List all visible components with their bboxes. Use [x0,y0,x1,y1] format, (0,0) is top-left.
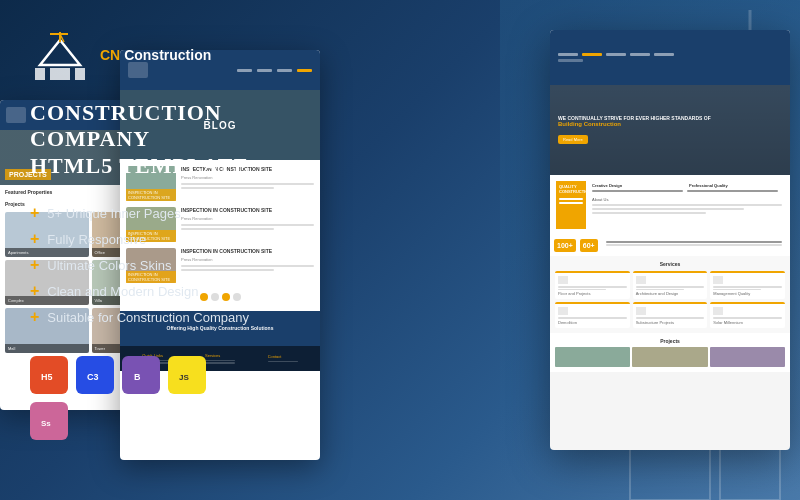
preview-main-nav [558,53,782,56]
about-main-line-2 [592,208,744,210]
service-icon-5 [636,307,646,315]
service-line-4 [636,289,684,291]
service-line-7 [558,317,627,319]
main-nav-3 [606,53,626,56]
services-grid: Floor and Projects Architecture and Desi… [555,271,785,328]
logo-icon [30,30,90,80]
badge-sass: Ss [30,402,68,440]
stat-desc-col [602,239,786,252]
proj-mini-1 [555,347,630,367]
feature-item: +Suitable for Construction Company [30,308,250,326]
feature-text: Suitable for Construction Company [47,310,249,325]
feature-item: +5+ Unique Inner Pages [30,204,250,222]
title-line1: Construction Company [30,100,250,153]
service-icon-1 [558,276,568,284]
service-line-3 [636,286,705,288]
feature-text: Fully Responsive [47,232,146,247]
about-yellow-title: QUALITY CONSTRUCTION [559,184,583,194]
plus-icon: + [30,230,39,248]
proj-mini-3 [710,347,785,367]
preview-projects-section: Projects [550,333,790,372]
service-line-9 [713,317,782,319]
plus-icon: + [30,256,39,274]
service-line-6 [713,289,761,291]
service-label-2: Architecture and Design [636,291,705,296]
main-header-line [558,59,583,62]
main-nav-2 [582,53,602,56]
features-list: +5+ Unique Inner Pages+Fully Responsive+… [30,204,250,326]
badge-bootstrap: B [122,356,160,394]
svg-marker-11 [40,40,80,65]
tech-badges: H5 C3 B JS Ss [30,356,250,440]
badge-html5: H5 [30,356,68,394]
svg-text:C3: C3 [87,372,99,382]
service-card-5: Substructure Projects [633,302,708,328]
service-label-3: Management Quality [713,291,782,296]
about-section-label: About Us [592,197,782,202]
about-yellow-box: QUALITY CONSTRUCTION [556,181,586,229]
badge-javascript: JS [168,356,206,394]
service-line-2 [558,289,606,291]
about-cols: Creative Design Professional Quality Abo… [590,181,784,229]
service-label-5: Substructure Projects [636,320,705,325]
service-line-8 [636,317,705,319]
logo-construction-text: Construction [124,47,211,63]
hero-text-block: We continually strive for ever higher st… [558,115,711,146]
feature-item: +Ultimate Colors Skins [30,256,250,274]
plus-icon: + [30,204,39,222]
stat-100: 100+ [554,239,576,252]
stats-row: 100+ 60+ [550,235,790,256]
middle-nav-4 [297,69,312,72]
logo-cn-text: CN [100,47,120,63]
service-card-1: Floor and Projects [555,271,630,299]
svg-text:H5: H5 [41,372,53,382]
svg-marker-12 [35,68,45,80]
about-yellow-line-2 [559,202,583,204]
stat-60: 60+ [580,239,598,252]
svg-text:JS: JS [179,373,189,382]
service-card-4: Demolition [555,302,630,328]
preview-main-header [550,30,790,85]
left-panel: CN Construction Construction Company HTM… [0,0,280,500]
svg-text:Ss: Ss [41,419,51,428]
plus-icon: + [30,282,39,300]
badge-css3: C3 [76,356,114,394]
service-icon-2 [636,276,646,284]
preview-main-hero: We continually strive for ever higher st… [550,85,790,175]
feature-text: 5+ Unique Inner Pages [47,206,180,221]
main-title: Construction Company HTML5 Template [30,100,250,179]
service-label-6: Solar Millennium [713,320,782,325]
service-icon-3 [713,276,723,284]
svg-marker-14 [75,68,85,80]
professional-label: Professional Quality [689,183,782,188]
plus-icon: + [30,308,39,326]
about-main-line-3 [592,212,706,214]
hero-highlight-text: Building Construction [558,121,711,127]
service-card-2: Architecture and Design [633,271,708,299]
creative-label: Creative Design [592,183,685,188]
main-nav-4 [630,53,650,56]
feature-item: +Fully Responsive [30,230,250,248]
hero-read-more-button[interactable]: Read More [558,135,588,144]
about-yellow-line-1 [559,198,583,200]
preview-about-section: QUALITY CONSTRUCTION Creative Design Pro… [550,175,790,235]
service-card-3: Management Quality [710,271,785,299]
about-desc-1 [592,190,683,192]
service-icon-4 [558,307,568,315]
proj-mini-2 [632,347,707,367]
title-line2: HTML5 Template [30,153,250,179]
stat-line-2 [606,244,782,246]
service-icon-6 [713,307,723,315]
service-line-1 [558,286,627,288]
main-nav-5 [654,53,674,56]
stat-line-1 [606,241,782,243]
service-line-5 [713,286,782,288]
services-title: Services [555,261,785,267]
main-nav-1 [558,53,578,56]
feature-text: Clean and Modern Design [47,284,198,299]
about-row-1: Creative Design Professional Quality [592,183,782,188]
proj-mini-grid [555,347,785,367]
service-label-4: Demolition [558,320,627,325]
service-card-6: Solar Millennium [710,302,785,328]
preview-services-section: Services Floor and Projects Architecture… [550,256,790,333]
